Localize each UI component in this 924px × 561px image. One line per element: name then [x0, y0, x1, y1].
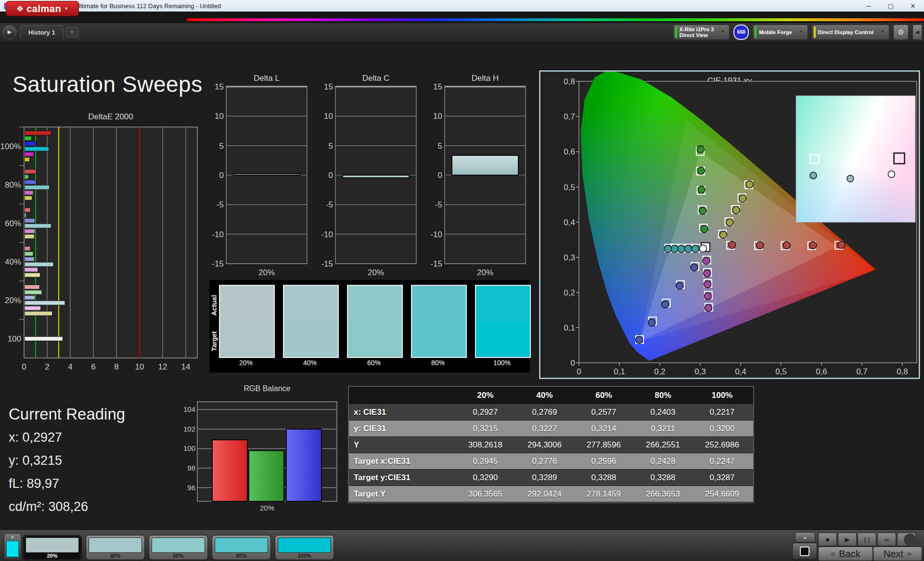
history-expand-button[interactable]: ▶	[3, 26, 16, 39]
pattern-size-icon: [-]	[864, 536, 870, 543]
table-row: Target y:CIE310,32900,32890,32880,32880,…	[349, 470, 753, 486]
continuous-button[interactable]: ∞	[877, 533, 896, 546]
continuous-icon: ∞	[885, 536, 889, 543]
patch-button-80%[interactable]: 80%	[212, 535, 271, 560]
status-indicator	[904, 534, 916, 546]
svg-text:98: 98	[187, 464, 195, 472]
svg-text:80%: 80%	[5, 180, 21, 190]
table-value-cell: 0,3290	[456, 473, 515, 483]
svg-text:4: 4	[68, 362, 72, 371]
play-button[interactable]: ▶	[838, 533, 857, 546]
calman-menu-button[interactable]: ❖ calman ▼	[6, 1, 79, 16]
svg-text:-5: -5	[326, 200, 333, 209]
svg-text:20%: 20%	[5, 296, 21, 305]
stop-button[interactable]: ■	[818, 533, 837, 546]
svg-text:-15: -15	[430, 259, 442, 268]
gear-icon: ⚙	[898, 28, 904, 37]
table-value-cell: 266,3653	[633, 489, 693, 499]
table-header-cell: 60%	[574, 391, 633, 400]
cie-1931-chart: CIE 1931 xy000,10,10,20,20,30,30,40,40,5…	[540, 72, 919, 378]
swatch-actual	[412, 286, 466, 321]
back-button[interactable]: « Back	[818, 547, 873, 561]
display-status-stripe	[814, 26, 816, 38]
swatch-label: 100%	[474, 359, 530, 367]
swatch-label: 40%	[282, 359, 338, 367]
meter-name: X-Rite i1Pro 3	[680, 26, 714, 32]
patch-button-40%[interactable]: 40%	[86, 535, 145, 560]
table-value-cell: 0,2217	[693, 408, 752, 417]
play-icon: ▶	[845, 536, 850, 543]
reading-x: x: 0,2927	[9, 430, 125, 445]
svg-text:DeltaE 2000: DeltaE 2000	[88, 112, 133, 121]
chevrons-left-icon: «	[831, 549, 835, 558]
svg-text:-15: -15	[212, 259, 224, 268]
svg-text:96: 96	[187, 484, 195, 492]
chevron-up-icon: ▲	[4, 535, 21, 539]
svg-text:0: 0	[577, 367, 581, 376]
swatch-actual	[220, 286, 274, 321]
table-header-cell: 20%	[456, 391, 515, 400]
table-row: Y308,2618294,3006277,8596266,2551252,698…	[349, 437, 753, 453]
swatch-40%	[283, 285, 339, 358]
svg-text:60%: 60%	[5, 219, 21, 228]
chevron-down-icon: ▼	[880, 29, 885, 35]
table-value-cell: 0,2247	[693, 457, 752, 466]
title-bar: Calman 2025 Calman Ultimate for Business…	[0, 0, 924, 12]
deltae2000-chart: DeltaE 200002468101214100%80%60%40%20%10…	[0, 110, 207, 379]
table-value-cell: 0,2596	[574, 457, 633, 466]
table-value-cell: 254,6609	[693, 489, 752, 499]
svg-text:0,7: 0,7	[856, 367, 868, 376]
settings-button[interactable]: ⚙	[893, 25, 909, 40]
collapse-panel-button[interactable]: ◀	[912, 25, 922, 40]
tab-row: ▶ History 1 + X-Rite i1Pro 3 Direct View…	[0, 23, 924, 41]
svg-text:100%: 100%	[0, 142, 21, 151]
patch-preview-button[interactable]: ▲	[4, 533, 21, 560]
pattern-window-button[interactable]	[792, 543, 817, 560]
patch-label: 80%	[212, 553, 270, 559]
pattern-window-icon	[800, 547, 809, 556]
patch-preview-swatch	[6, 541, 19, 557]
current-reading: Current Reading x: 0,2927 y: 0,3215 fL: …	[9, 405, 125, 523]
swatch-20%	[219, 285, 275, 358]
close-button[interactable]: ✕	[902, 0, 924, 12]
patch-label: 60%	[149, 553, 207, 559]
chevron-down-icon: ▼	[64, 6, 68, 11]
patch-label: 40%	[86, 553, 144, 559]
patch-button-20%[interactable]: 20%	[23, 535, 82, 560]
svg-text:2: 2	[45, 362, 49, 371]
pattern-size-button[interactable]: [-]	[858, 533, 876, 546]
table-header-cell: 40%	[515, 391, 574, 400]
svg-text:102: 102	[183, 425, 195, 433]
reading-y: y: 0,3215	[9, 453, 125, 468]
table-value-cell: 0,3214	[574, 424, 633, 434]
swatch-label: 80%	[410, 359, 466, 367]
table-value-cell: 0,3200	[693, 424, 752, 434]
svg-text:15: 15	[215, 82, 224, 91]
tab-history-1[interactable]: History 1	[20, 25, 64, 39]
current-reading-title: Current Reading	[9, 405, 125, 423]
calman-app-window: Calman 2025 Calman Ultimate for Business…	[0, 0, 924, 561]
display-control-button[interactable]: Direct Display Control ▼	[812, 25, 889, 40]
meter-connection-button[interactable]: X-Rite i1Pro 3 Direct View ▼	[673, 25, 730, 40]
swatch-target	[220, 321, 274, 357]
pattern-options-button[interactable]: ▲	[795, 532, 815, 543]
bottom-bar: ▲ 20%40%60%80%100% ▲ ■▶[-]∞↻ « Back Next…	[0, 530, 924, 561]
display-control-name: Direct Display Control	[818, 29, 874, 35]
maximize-button[interactable]: ▢	[880, 0, 902, 12]
svg-text:20%: 20%	[260, 504, 274, 512]
svg-text:15: 15	[433, 82, 442, 91]
next-button[interactable]: Next »	[873, 547, 922, 561]
table-row: Target x:CIE310,29450,27760,25960,24280,…	[349, 453, 753, 470]
table-row-label: x: CIE31	[349, 408, 456, 417]
svg-text:0,2: 0,2	[564, 288, 575, 297]
swatch-60%	[347, 285, 403, 358]
patch-swatch	[89, 537, 142, 553]
source-name: Mobile Forge	[759, 29, 792, 35]
add-tab-button[interactable]: +	[65, 27, 79, 38]
patch-button-100%[interactable]: 100%	[275, 535, 334, 560]
minimize-button[interactable]: ─	[858, 0, 880, 12]
delta-l-chart: Delta L151050-5-10-1520%	[205, 72, 320, 280]
svg-text:5: 5	[438, 141, 442, 151]
source-connection-button[interactable]: Mobile Forge ▼	[753, 25, 808, 40]
patch-button-60%[interactable]: 60%	[149, 535, 208, 560]
